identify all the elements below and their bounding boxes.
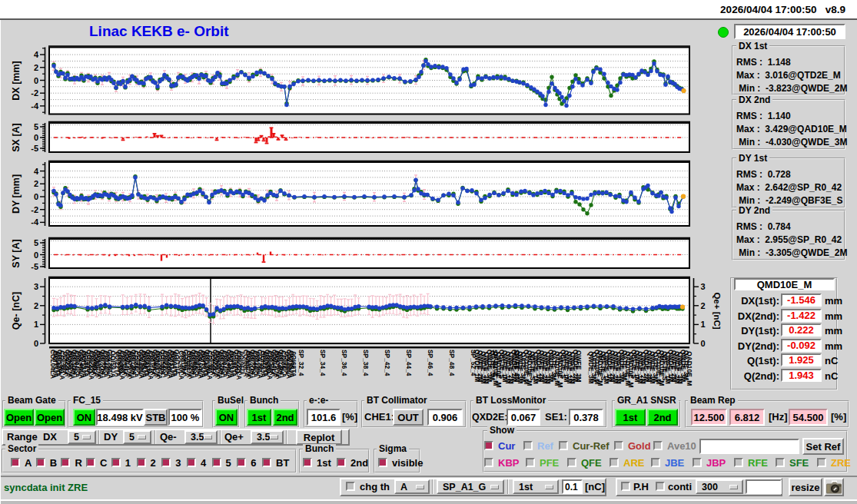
svg-text:1: 1 xyxy=(701,320,706,329)
svg-text:SP_36_4: SP_36_4 xyxy=(340,350,348,376)
svg-text:DX [mm]: DX [mm] xyxy=(11,61,22,100)
svg-text:0OI68TA: 0OI68TA xyxy=(290,351,297,376)
svg-text:2: 2 xyxy=(34,179,38,188)
svg-text:-4: -4 xyxy=(31,217,39,227)
svg-text:-4: -4 xyxy=(31,101,39,111)
svg-text:2: 2 xyxy=(34,63,38,72)
svg-text:-5: -5 xyxy=(31,262,38,271)
svg-text:4: 4 xyxy=(34,50,39,59)
svg-text:5: 5 xyxy=(34,238,38,247)
svg-text:2: 2 xyxy=(34,301,38,310)
svg-text:SP_46_4: SP_46_4 xyxy=(427,350,434,376)
svg-text:4: 4 xyxy=(34,167,39,176)
svg-text:-5: -5 xyxy=(31,144,38,153)
svg-text:0: 0 xyxy=(34,339,38,348)
svg-text:-2: -2 xyxy=(31,88,38,98)
svg-text:SY [A]: SY [A] xyxy=(11,239,22,267)
svg-text:-2: -2 xyxy=(31,205,38,214)
svg-text:3: 3 xyxy=(34,282,38,291)
svg-text:SP_44_4: SP_44_4 xyxy=(405,350,413,376)
svg-text:QWFE_3M: QWFE_3M xyxy=(575,350,583,382)
svg-text:SP_34_4: SP_34_4 xyxy=(319,350,327,376)
svg-text:SP_48_4: SP_48_4 xyxy=(448,350,456,376)
svg-text:1: 1 xyxy=(34,320,38,329)
svg-text:QAD10E_M: QAD10E_M xyxy=(686,351,693,386)
svg-text:0: 0 xyxy=(34,192,38,201)
svg-text:0: 0 xyxy=(34,76,38,85)
svg-text:DY [mm]: DY [mm] xyxy=(11,174,22,214)
svg-text:0: 0 xyxy=(34,133,38,142)
svg-text:Qe- [nC]: Qe- [nC] xyxy=(11,292,22,330)
svg-text:2: 2 xyxy=(701,301,706,310)
svg-text:SP_42_4: SP_42_4 xyxy=(384,350,391,376)
svg-text:0: 0 xyxy=(701,339,706,348)
svg-text:3: 3 xyxy=(701,282,706,291)
svg-text:SX [A]: SX [A] xyxy=(11,123,22,152)
svg-text:5: 5 xyxy=(34,122,38,131)
svg-text:SP_32_4: SP_32_4 xyxy=(297,350,305,376)
svg-text:Qe+ [nC]: Qe+ [nC] xyxy=(713,292,722,329)
svg-text:0: 0 xyxy=(34,250,38,260)
svg-text:SP_38_4: SP_38_4 xyxy=(362,350,370,376)
